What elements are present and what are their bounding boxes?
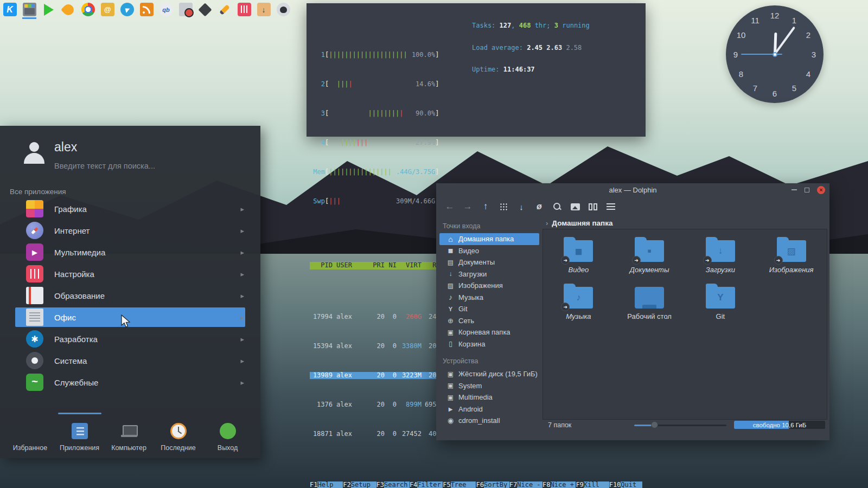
meter-label: 3 [310,110,325,118]
hamburger-menu-icon[interactable] [605,201,617,213]
places-item[interactable]: Git [439,303,539,315]
places-item[interactable]: Сеть [439,315,539,327]
places-item[interactable]: Загрузки [439,268,539,280]
device-item[interactable]: DNS [439,427,539,431]
function-key-button[interactable]: F8Nice + [542,481,576,488]
sort-icon[interactable]: ↓ [515,201,527,213]
maximize-button[interactable] [805,188,809,192]
app-qbittorrent[interactable]: qb [156,0,176,19]
icons-view-icon[interactable] [497,201,509,213]
app-color-picker[interactable] [215,0,234,19]
kickoff-category[interactable]: Настройка ▸ [0,263,260,285]
folder-item[interactable]: ➜ Загрузки [685,235,756,281]
search-icon[interactable] [551,201,563,213]
places-item[interactable]: Изображения [439,280,539,292]
zoom-slider[interactable] [634,421,726,429]
forward-icon[interactable]: → [462,201,474,213]
function-key-button[interactable]: F1Help [310,481,343,488]
app-mail[interactable]: @ [98,0,117,19]
folder-item[interactable]: ➜ Рабочий стол [614,281,685,328]
device-item[interactable]: System [439,380,539,392]
kickoff-category[interactable]: Интернет ▸ [0,220,260,241]
col-user[interactable]: USER [333,262,367,269]
launcher-tab[interactable]: Избранное [5,422,55,452]
folder-item[interactable]: ➜ Git [685,281,756,328]
app-mixer[interactable] [234,0,254,19]
app-telegram[interactable] [117,0,137,19]
device-item[interactable]: Жёсткий диск (19,5 ГиБ) [439,368,539,380]
function-key-button[interactable]: F3Search [376,481,410,488]
function-key-button[interactable]: F5Tree [443,481,476,488]
show-hidden-icon[interactable]: ø [533,201,545,213]
function-key-button[interactable]: F9Kill [576,481,609,488]
places-item[interactable]: Корневая папка [439,326,539,338]
folder-item[interactable]: ➜ Изображения [756,235,827,281]
folder-label: Загрузки [706,266,735,274]
dolphin-title-bar[interactable]: alex — Dolphin × [436,183,829,196]
kickoff-category[interactable]: Служебные ▸ [0,371,260,393]
cell-pid: 17994 [310,313,333,321]
function-key-button[interactable]: F10Quit [609,481,642,488]
device-label: Жёсткий диск (19,5 ГиБ) [458,370,538,378]
folder-item[interactable]: ➜ Документы [614,235,685,281]
places-item[interactable]: Домашняя папка [439,233,539,245]
folder-view[interactable]: ➜ Видео ➜ Документы [542,229,827,420]
kickoff-category[interactable]: Графика ▸ [0,198,260,220]
folder-count-label: 7 папок [542,421,571,429]
places-item[interactable]: Музыка [439,292,539,304]
place-label: Документы [458,258,495,266]
breadcrumb-label[interactable]: Домашняя папка [552,219,612,227]
launcher-tab[interactable]: Приложения [55,422,104,452]
app-dolphin[interactable] [20,0,39,19]
app-github[interactable] [273,0,293,19]
app-icon [61,2,76,17]
function-key-button[interactable]: F6SortBy [476,481,509,488]
kickoff-category[interactable]: Образование ▸ [0,285,260,306]
tab-icon-slot [120,422,138,440]
preview-icon[interactable] [569,201,581,213]
back-icon[interactable]: ← [444,201,456,213]
places-item[interactable]: Корзина [439,338,539,350]
kickoff-category[interactable]: Мультимедиа ▸ [0,241,260,263]
close-button[interactable]: × [817,186,825,194]
launcher-tab[interactable]: Последние [154,422,203,452]
search-input[interactable]: Введите текст для поиска... [54,162,155,170]
app-chrome[interactable] [78,0,98,19]
device-item[interactable]: cdrom_install [439,415,539,427]
app-launcher-kde[interactable]: K [0,0,20,19]
split-view-icon[interactable] [587,201,599,213]
col-virt[interactable]: VIRT [397,262,422,269]
kickoff-category[interactable]: Разработка ▸ [0,328,260,350]
function-key-button[interactable]: F4Filter [410,481,443,488]
app-installer[interactable]: ↓ [254,0,273,19]
places-item[interactable]: Видео [439,245,539,257]
col-pri[interactable]: PRI [367,262,385,269]
app-inkscape[interactable] [195,0,215,19]
function-key-button[interactable]: F7Nice - [509,481,542,488]
meter-bar: ||||||||||||||||||||100.0% [329,52,435,59]
function-key-button[interactable]: F2Setup [343,481,376,488]
app-partition-manager[interactable] [176,0,195,19]
slider-handle[interactable] [651,421,658,428]
meter-bar: ||||14.6% [329,81,435,88]
device-item[interactable]: Multimedia [439,391,539,403]
app-rss[interactable] [137,0,156,19]
launcher-bottom-tabs: Избранное Приложения Компьютер Последние [0,413,260,452]
breadcrumb[interactable]: › Домашняя папка [542,217,829,229]
launcher-tab[interactable]: Выход [203,422,252,452]
folder-item[interactable]: ➜ Видео [543,235,614,281]
kickoff-category[interactable]: Система ▸ [0,350,260,371]
launcher-tab[interactable]: Компьютер [104,422,154,452]
minimize-button[interactable] [792,189,797,190]
category-icon [26,352,43,369]
user-avatar-icon[interactable] [22,141,47,166]
up-icon[interactable]: ↑ [480,201,492,213]
device-item[interactable]: Android [439,403,539,415]
app-clipgrab[interactable] [59,0,78,19]
folder-item[interactable]: ➜ Музыка [543,281,614,328]
app-media-player[interactable] [39,0,59,19]
col-pid[interactable]: PID [310,262,333,269]
col-ni[interactable]: NI [385,262,397,269]
places-item[interactable]: Документы [439,256,539,268]
folder-icon: ➜ [635,240,664,262]
